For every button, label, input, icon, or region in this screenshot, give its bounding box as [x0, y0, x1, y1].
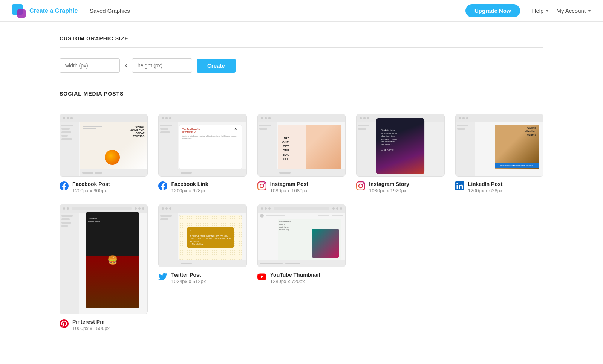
social-media-section: SOCIAL MEDIA POSTS [60, 91, 543, 331]
thumb-facebook-post: GREATJUICE FORGREATFRIENDS [60, 114, 147, 176]
card-size: 1080px x 1080px [270, 188, 308, 193]
logo[interactable]: Create a Graphic [12, 4, 78, 18]
thumb-top-bar-8 [258, 204, 345, 213]
help-menu[interactable]: Help [532, 8, 549, 14]
logo-icon [12, 4, 26, 18]
card-name: Facebook Link [171, 181, 208, 187]
card-size: 1000px x 1500px [72, 326, 110, 331]
thumb-instagram-story: "Marketing is theart of telling storiesa… [357, 114, 444, 176]
thumb-sidebar-3 [258, 122, 277, 176]
yt-profile-bar [258, 213, 345, 219]
card-twitter-post[interactable]: " IF PEOPLE ARE DOUBTING HOW FAR YOU CAN… [158, 204, 246, 331]
card-text-twitter-post: Twitter Post 1024px x 512px [171, 272, 206, 284]
navbar-right: Help My Account [532, 8, 591, 14]
card-info-facebook-post: Facebook Post 1200px x 900px [60, 181, 148, 193]
thumb-sidebar-6 [60, 213, 79, 314]
saved-graphics-link[interactable]: Saved Graphics [90, 8, 130, 14]
card-text-youtube: YouTube Thumbnail 1280px x 720px [270, 272, 320, 284]
thumb-sidebar [60, 122, 79, 176]
instagram-icon [257, 181, 266, 190]
linkedin-icon [455, 181, 464, 190]
twitter-icon [158, 272, 167, 281]
card-text-facebook-link: Facebook Link 1200px x 628px [171, 181, 208, 193]
width-input[interactable] [60, 58, 120, 73]
card-thumbnail-twitter-post: " IF PEOPLE ARE DOUBTING HOW FAR YOU CAN… [158, 204, 246, 267]
social-divider [60, 103, 543, 103]
facebook-icon-2 [158, 181, 167, 190]
story-phone: "Marketing is theart of telling storiesa… [376, 118, 424, 174]
card-pinterest-pin[interactable]: 20% off alltakeout orders 🍔 Pinterest Pi… [60, 204, 148, 331]
help-label: Help [532, 8, 544, 14]
create-button[interactable]: Create [197, 59, 236, 73]
thumb-bottom-2 [178, 169, 246, 176]
thumb-top-bar-6 [60, 204, 147, 213]
li-text: Callingall onlineeditors [525, 126, 536, 136]
card-size: 1200px x 900px [72, 188, 110, 193]
card-facebook-link[interactable]: ☀ Top Ten Benefitsof Vitamin D Aspiring … [158, 114, 246, 193]
thumb-sidebar-2 [159, 122, 178, 176]
thumb-pinterest-pin: 20% off alltakeout orders 🍔 [60, 204, 147, 314]
card-info-twitter-post: Twitter Post 1024px x 512px [158, 272, 246, 284]
custom-size-section: CUSTOM GRAPHIC SIZE x Create [60, 35, 543, 73]
card-thumbnail-instagram-post: BUYONE,GETONE50%OFF [257, 114, 346, 177]
card-facebook-post[interactable]: GREATJUICE FORGREATFRIENDS [60, 114, 148, 193]
card-instagram-story[interactable]: "Marketing is theart of telling storiesa… [356, 114, 444, 193]
card-info-youtube: YouTube Thumbnail 1280px x 720px [257, 272, 346, 284]
card-text-pinterest-pin: Pinterest Pin 1000px x 1500px [72, 319, 110, 331]
thumb-twitter-post: " IF PEOPLE ARE DOUBTING HOW FAR YOU CAN… [159, 204, 246, 267]
thumb-top-bar-7 [159, 204, 246, 213]
size-x-label: x [124, 62, 127, 69]
card-thumbnail-youtube: How to choosethe rightmulti-vitaminfor y… [257, 204, 346, 267]
card-size: 1080px x 1920px [369, 188, 409, 193]
brand-text: Create a Graphic [29, 8, 78, 14]
li-banner-text: PROUDLY MADE AT CROUSE FOR CONTENT [500, 165, 533, 167]
sun-icon: ☀ [234, 126, 238, 132]
card-size: 1200px x 628px [468, 188, 503, 193]
thumb-sidebar-5 [456, 122, 475, 176]
tw-center: " IF PEOPLE ARE DOUBTING HOW FAR YOU CAN… [179, 215, 242, 260]
card-name: LinkedIn Post [468, 181, 503, 187]
tw-quote: " IF PEOPLE ARE DOUBTING HOW FAR YOU CAN… [187, 227, 234, 248]
card-text-facebook-post: Facebook Post 1200px x 900px [72, 181, 110, 193]
account-label: My Account [556, 8, 586, 14]
main-content: CUSTOM GRAPHIC SIZE x Create SOCIAL MEDI… [41, 22, 562, 363]
card-linkedin-post[interactable]: Callingall onlineeditors PROUDLY MADE AT… [455, 114, 543, 193]
card-instagram-post[interactable]: BUYONE,GETONE50%OFF Instagram Post 1080p… [257, 114, 346, 193]
card-youtube-thumbnail[interactable]: How to choosethe rightmulti-vitaminfor y… [257, 204, 346, 331]
thumb-card-title: Top Ten Benefitsof Vitamin D [182, 128, 239, 133]
custom-size-title: CUSTOM GRAPHIC SIZE [60, 35, 543, 41]
height-input[interactable] [132, 58, 192, 73]
yt-gradient [312, 229, 338, 258]
thumb-top-bar [60, 114, 147, 122]
thumb-facebook-link: ☀ Top Ten Benefitsof Vitamin D Aspiring … [159, 114, 246, 176]
custom-size-row: x Create [60, 58, 543, 73]
account-menu[interactable]: My Account [556, 8, 591, 14]
orange-decoration [105, 150, 120, 165]
pinterest-icon [60, 319, 69, 328]
card-info-linkedin-post: LinkedIn Post 1200px x 628px [455, 181, 543, 193]
thumb-sidebar-4 [357, 122, 376, 176]
upgrade-now-button[interactable]: Upgrade Now [465, 4, 520, 17]
thumb-bottom [80, 169, 147, 176]
thumb-bottom-3 [277, 169, 345, 176]
thumb-instagram-post: BUYONE,GETONE50%OFF [258, 114, 345, 176]
empty-col-4 [356, 204, 444, 331]
card-thumbnail-pinterest-pin: 20% off alltakeout orders 🍔 [60, 204, 148, 314]
thumb-youtube: How to choosethe rightmulti-vitaminfor y… [258, 204, 345, 267]
card-name: Pinterest Pin [72, 319, 110, 325]
thumb-bottom-7 [178, 260, 246, 267]
empty-col-5 [455, 204, 543, 331]
card-thumbnail-instagram-story: "Marketing is theart of telling storiesa… [356, 114, 444, 177]
tw-quote-mark: " [190, 230, 231, 235]
pin-card: 20% off alltakeout orders 🍔 [86, 212, 139, 308]
youtube-icon [257, 272, 266, 281]
card-size: 1024px x 512px [171, 279, 206, 284]
thumb-linkedin-post: Callingall onlineeditors PROUDLY MADE AT… [456, 114, 543, 176]
card-name: YouTube Thumbnail [270, 272, 320, 278]
thumb-image-area: GREATJUICE FORGREATFRIENDS [80, 122, 147, 169]
account-chevron-icon [588, 10, 591, 12]
fb-text-overlay: GREATJUICE FORGREATFRIENDS [130, 125, 144, 138]
custom-size-divider [60, 47, 543, 48]
thumb-bottom-8 [258, 260, 345, 267]
instagram-icon-2 [356, 181, 365, 190]
